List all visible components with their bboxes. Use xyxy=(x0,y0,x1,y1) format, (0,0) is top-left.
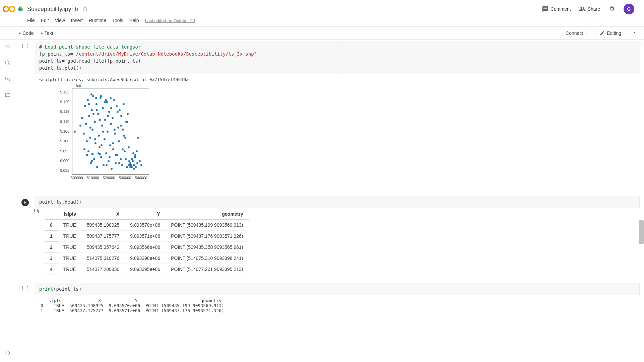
chart-point xyxy=(102,107,104,109)
collapse-button[interactable] xyxy=(628,29,641,37)
table-row: 1TRUE509437.1757779.093571e+06POINT (509… xyxy=(45,231,249,242)
chart-point xyxy=(134,154,136,156)
chart-ytick: 9.120 xyxy=(56,100,69,104)
chart-point xyxy=(139,160,141,162)
menu-file[interactable]: File xyxy=(24,16,38,24)
chart-point xyxy=(122,148,124,150)
chart-point xyxy=(112,142,114,144)
toc-icon[interactable] xyxy=(4,44,11,50)
chart-point xyxy=(126,121,128,123)
chart-ytick: 9.090 xyxy=(56,159,69,163)
chart-point xyxy=(136,150,138,152)
chart-point xyxy=(135,166,137,168)
chart-point xyxy=(90,93,92,95)
menu-edit[interactable]: Edit xyxy=(38,16,52,24)
chart-point xyxy=(124,137,126,139)
chart-point xyxy=(110,123,112,125)
chart-point xyxy=(102,131,104,133)
chart-point xyxy=(87,150,89,152)
editing-button[interactable]: Editing xyxy=(595,29,625,37)
chart-ytick: 9.085 xyxy=(56,168,69,172)
chart-xtick: 530000 xyxy=(118,176,132,180)
chart-point xyxy=(81,117,83,119)
chart-ytick: 9.105 xyxy=(56,129,69,133)
chart-point xyxy=(105,152,107,154)
chart-point xyxy=(120,115,122,117)
menu-insert[interactable]: Insert xyxy=(68,16,85,24)
chart-point xyxy=(92,113,94,115)
menubar: File Edit View Insert Runtime Tools Help… xyxy=(0,15,644,27)
chart-point xyxy=(101,144,103,146)
chart-point xyxy=(88,103,90,105)
chart-xtick: 540000 xyxy=(134,176,148,180)
notebook-content[interactable]: [ ] # Load point shape file data longsor… xyxy=(15,40,644,362)
table-row: 0TRUE509435.1989259.093570e+06POINT (509… xyxy=(45,220,249,231)
chart-point xyxy=(136,162,138,164)
col-geometry: geometry xyxy=(166,209,248,220)
scrollbar-thumb[interactable] xyxy=(639,220,644,244)
chart-point xyxy=(134,156,136,158)
star-icon[interactable] xyxy=(82,6,89,12)
menu-view[interactable]: View xyxy=(52,16,68,24)
toolbar: + Code + Text Connect Editing xyxy=(0,27,644,40)
chart-point xyxy=(140,164,142,166)
share-button[interactable]: Share xyxy=(579,6,600,12)
variables-icon[interactable]: {x} xyxy=(4,76,11,82)
chart-point xyxy=(91,160,93,162)
scroll-up-icon[interactable] xyxy=(639,42,643,46)
avatar[interactable]: G xyxy=(624,4,634,14)
chart-point xyxy=(126,166,128,168)
menu-tools[interactable]: Tools xyxy=(110,16,126,24)
colab-logo[interactable] xyxy=(3,3,15,15)
comment-button[interactable]: Comment xyxy=(542,6,571,12)
chart-point xyxy=(104,138,106,140)
chart-point xyxy=(86,154,88,156)
chart-point xyxy=(95,103,98,105)
connect-button[interactable]: Connect xyxy=(562,29,592,37)
last-edited[interactable]: Last edited on October 29 xyxy=(145,18,195,23)
chart-point xyxy=(99,119,101,121)
chart-point xyxy=(123,135,125,137)
run-button[interactable] xyxy=(21,199,29,207)
chart-point xyxy=(100,97,102,99)
dataframe-output: lslpts X Y geometry 0TRUE509435.1989259.… xyxy=(45,206,640,278)
code-cell-2[interactable]: point_ls.head() lslpts X Y geometry 0TRU… xyxy=(15,196,640,278)
files-icon[interactable] xyxy=(4,92,11,98)
add-text-button[interactable]: + Text xyxy=(37,29,57,37)
chart-point xyxy=(122,129,124,131)
menu-runtime[interactable]: Runtime xyxy=(86,16,109,24)
settings-icon[interactable] xyxy=(608,5,616,13)
code-editor[interactable]: point_ls.head() xyxy=(35,196,640,208)
code-editor[interactable]: print(point_ls) xyxy=(35,283,640,295)
col-Y: Y xyxy=(125,209,166,220)
chart-xtick: 500000 xyxy=(70,176,83,180)
document-title[interactable]: Susceptibility.ipynb xyxy=(27,6,78,13)
exec-indicator[interactable]: [ ] xyxy=(21,44,29,74)
exec-indicator[interactable]: [ ] xyxy=(21,286,29,295)
chart-point xyxy=(132,160,134,162)
chart-point xyxy=(91,109,93,111)
code-cell-1[interactable]: [ ] # Load point shape file data longsor… xyxy=(15,41,640,191)
left-rail: {x} xyxy=(0,40,15,362)
menu-help[interactable]: Help xyxy=(127,16,142,24)
chart-point xyxy=(124,150,126,152)
chart-point xyxy=(115,162,117,164)
cell-output-repr: <matplotlib.axes._subplots.AxesSubplot a… xyxy=(35,74,640,85)
code-editor[interactable]: # Load point shape file data longsor fp_… xyxy=(35,41,337,74)
code-cell-3[interactable]: [ ] print(point_ls) lslpts X Y geometry … xyxy=(15,283,640,316)
chart-point xyxy=(118,162,120,164)
chart-point xyxy=(106,101,108,103)
chart-ytick: 9.100 xyxy=(56,139,69,143)
add-code-button[interactable]: + Code xyxy=(15,29,37,37)
chart-point xyxy=(83,133,85,135)
chart-point xyxy=(137,137,139,139)
chart-point xyxy=(84,105,86,107)
chart-point xyxy=(99,146,101,148)
search-icon[interactable] xyxy=(4,60,11,66)
chart-point xyxy=(105,99,107,101)
chart-point xyxy=(112,117,114,119)
chart-point xyxy=(110,97,112,99)
table-row: 2TRUE509435.3576429.093566e+06POINT (509… xyxy=(45,242,249,253)
chart-point xyxy=(101,125,103,127)
code-snippets-icon[interactable] xyxy=(4,350,11,356)
